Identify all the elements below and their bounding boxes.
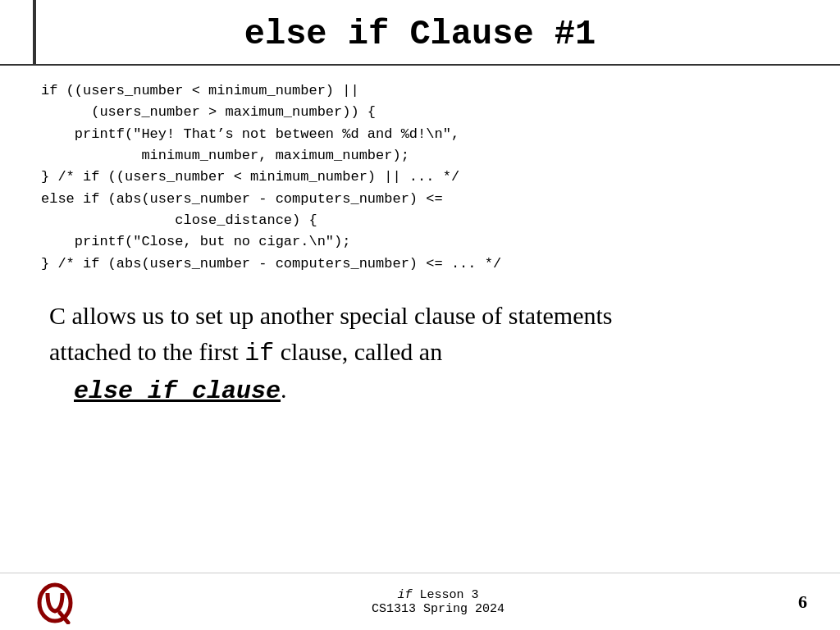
code-block: if ((users_number < minimum_number) || (…: [41, 80, 799, 275]
content-area: if ((users_number < minimum_number) || (…: [0, 66, 840, 630]
ou-logo: [33, 579, 78, 624]
description: C allows us to set up another special cl…: [49, 298, 799, 410]
slide: else if Clause #1 if ((users_number < mi…: [0, 0, 840, 630]
footer-lesson: if Lesson 3: [372, 588, 504, 602]
footer-center: if Lesson 3 CS1313 Spring 2024: [372, 588, 504, 616]
footer-page: 6: [798, 591, 807, 613]
footer-course: CS1313 Spring 2024: [372, 602, 504, 616]
description-line3: else if clause.: [49, 372, 799, 410]
title-section: else if Clause #1: [0, 0, 840, 64]
slide-title: else if Clause #1: [244, 15, 596, 54]
description-line2: attached to the first if clause, called …: [49, 334, 799, 372]
footer: if Lesson 3 CS1313 Spring 2024 6: [0, 573, 840, 630]
description-line1: C allows us to set up another special cl…: [49, 298, 799, 334]
